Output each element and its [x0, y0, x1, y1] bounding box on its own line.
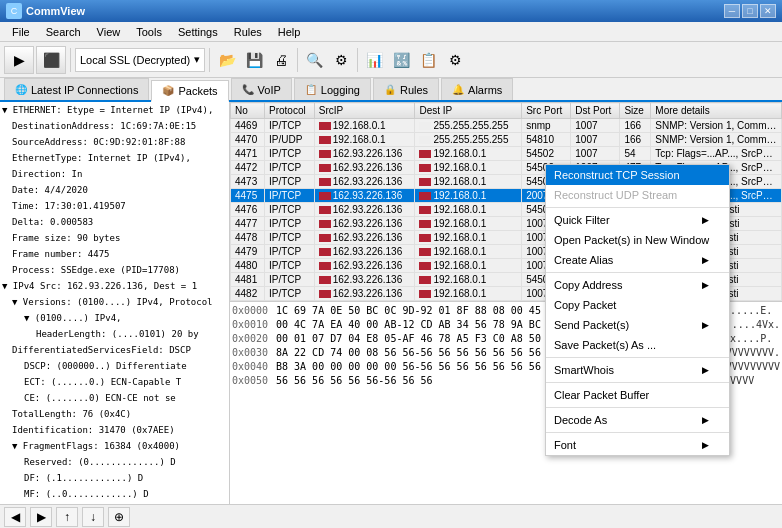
minimize-button[interactable]: ─: [724, 4, 740, 18]
ctx-item-smartwhois[interactable]: SmartWhois▶: [546, 360, 729, 380]
tree-item-ect[interactable]: ECT: (......0.) ECN-Capable T: [0, 374, 229, 390]
ctx-item-label: Clear Packet Buffer: [554, 389, 649, 401]
tab-ip-connections-label: Latest IP Connections: [31, 84, 138, 96]
ctx-item-create-alias[interactable]: Create Alias▶: [546, 250, 729, 270]
tab-logging[interactable]: 📋 Logging: [294, 78, 371, 100]
start-capture-button[interactable]: ▶: [4, 46, 34, 74]
tree-item-dscp[interactable]: DifferentiatedServicesField: DSCP: [0, 342, 229, 358]
col-no[interactable]: No: [231, 103, 265, 119]
ctx-item-copy-packet[interactable]: Copy Packet: [546, 295, 729, 315]
col-protocol[interactable]: Protocol: [265, 103, 315, 119]
tree-item-delta[interactable]: Delta: 0.000583: [0, 214, 229, 230]
cell-srcip: 162.93.226.136: [314, 287, 415, 301]
menu-search[interactable]: Search: [38, 24, 89, 40]
app-icon: C: [6, 3, 22, 19]
ctx-item-font[interactable]: Font▶: [546, 435, 729, 455]
col-srcip[interactable]: SrcIP: [314, 103, 415, 119]
col-dport[interactable]: Dst Port: [571, 103, 620, 119]
tree-item-headerlen[interactable]: HeaderLength: (....0101) 20 by: [0, 326, 229, 342]
save-button[interactable]: 💾: [241, 47, 267, 73]
tree-item-ethernet[interactable]: ▼ ETHERNET: Etype = Internet IP (IPv4),: [0, 102, 229, 118]
menu-rules[interactable]: Rules: [226, 24, 270, 40]
filter-button[interactable]: ⚙: [328, 47, 354, 73]
tree-item-totallen[interactable]: TotalLength: 76 (0x4C): [0, 406, 229, 422]
settings-button[interactable]: ⚙: [442, 47, 468, 73]
maximize-button[interactable]: □: [742, 4, 758, 18]
ctx-item-clear-buffer[interactable]: Clear Packet Buffer: [546, 385, 729, 405]
col-dstip[interactable]: Dest IP: [415, 103, 522, 119]
cell-no: 4483: [231, 301, 265, 303]
tree-item-v4[interactable]: ▼ (0100....) IPv4,: [0, 310, 229, 326]
tree-item-direction[interactable]: Direction: In: [0, 166, 229, 182]
tree-item-ident[interactable]: Identification: 31470 (0x7AEE): [0, 422, 229, 438]
col-details[interactable]: More details: [651, 103, 782, 119]
tree-item-offset[interactable]: Offset: (..0000000000000) D: [0, 502, 229, 504]
table-row[interactable]: 4469 IP/TCP 192.168.0.1 255.255.255.255 …: [231, 119, 782, 133]
table-row[interactable]: 4471 IP/TCP 162.93.226.136 192.168.0.1 5…: [231, 147, 782, 161]
tree-item-versions[interactable]: ▼ Versions: (0100....) IPv4, Protocol: [0, 294, 229, 310]
ctx-item-reconstruct-tcp[interactable]: Reconstruct TCP Session: [546, 165, 729, 185]
tree-item-ipv4[interactable]: ▼ IPv4 Src: 162.93.226.136, Dest = 1: [0, 278, 229, 294]
tree-item-date[interactable]: Date: 4/4/2020: [0, 182, 229, 198]
tab-voip[interactable]: 📞 VoIP: [231, 78, 292, 100]
cell-no: 4469: [231, 119, 265, 133]
add-button[interactable]: ⊕: [108, 507, 130, 527]
col-size[interactable]: Size: [620, 103, 651, 119]
cell-proto: IP/TCP: [265, 231, 315, 245]
menu-file[interactable]: File: [4, 24, 38, 40]
tab-logging-label: Logging: [321, 84, 360, 96]
nav-down-button[interactable]: ↓: [82, 507, 104, 527]
tree-item-dscp-val[interactable]: DSCP: (000000..) Differentiate: [0, 358, 229, 374]
tree-item-framesize[interactable]: Frame size: 90 bytes: [0, 230, 229, 246]
close-button[interactable]: ✕: [760, 4, 776, 18]
tree-item-fragflags[interactable]: ▼ FragmentFlags: 16384 (0x4000): [0, 438, 229, 454]
cell-dport: 1007: [571, 147, 620, 161]
capture-mode-dropdown[interactable]: Local SSL (Decrypted) ▾: [75, 48, 205, 72]
ctx-item-open-new-window[interactable]: Open Packet(s) in New Window: [546, 230, 729, 250]
tree-item-process[interactable]: Process: SSEdge.exe (PID=17708): [0, 262, 229, 278]
tree-item-df[interactable]: DF: (.1............) D: [0, 470, 229, 486]
tree-item-src-addr[interactable]: SourceAddress: 0C:9D:92:01:8F:88: [0, 134, 229, 150]
decode-button[interactable]: 🔣: [388, 47, 414, 73]
stop-capture-button[interactable]: ⬛: [36, 46, 66, 74]
col-sport[interactable]: Src Port: [522, 103, 571, 119]
table-row[interactable]: 4470 IP/UDP 192.168.0.1 255.255.255.255 …: [231, 133, 782, 147]
menu-bar: File Search View Tools Settings Rules He…: [0, 22, 782, 42]
cell-sport: 54502: [522, 147, 571, 161]
ctx-item-send-packets[interactable]: Send Packet(s)▶: [546, 315, 729, 335]
menu-settings[interactable]: Settings: [170, 24, 226, 40]
ctx-item-save-packets-as[interactable]: Save Packet(s) As ...: [546, 335, 729, 355]
tab-ip-connections[interactable]: 🌐 Latest IP Connections: [4, 78, 149, 100]
tabs-bar: 🌐 Latest IP Connections 📦 Packets 📞 VoIP…: [0, 78, 782, 102]
cell-no: 4477: [231, 217, 265, 231]
nav-next-button[interactable]: ▶: [30, 507, 52, 527]
tree-item-time[interactable]: Time: 17:30:01.419507: [0, 198, 229, 214]
open-button[interactable]: 📂: [214, 47, 240, 73]
search-button[interactable]: 🔍: [301, 47, 327, 73]
nav-prev-button[interactable]: ◀: [4, 507, 26, 527]
tree-item-dst-addr[interactable]: DestinationAddress: 1C:69:7A:0E:15: [0, 118, 229, 134]
alias-button[interactable]: 📋: [415, 47, 441, 73]
menu-help[interactable]: Help: [270, 24, 309, 40]
cell-srcip: 162.93.226.136: [314, 259, 415, 273]
ctx-item-copy-address[interactable]: Copy Address▶: [546, 275, 729, 295]
tree-item-frameno[interactable]: Frame number: 4475: [0, 246, 229, 262]
tree-item-reserved[interactable]: Reserved: (0.............) D: [0, 454, 229, 470]
print-button[interactable]: 🖨: [268, 47, 294, 73]
context-menu-separator: [546, 207, 729, 208]
tree-item-ce[interactable]: CE: (.......0) ECN-CE not se: [0, 390, 229, 406]
cell-no: 4472: [231, 161, 265, 175]
stats-button[interactable]: 📊: [361, 47, 387, 73]
tree-item-mf[interactable]: MF: (..0............) D: [0, 486, 229, 502]
tab-packets[interactable]: 📦 Packets: [151, 80, 228, 102]
window-controls[interactable]: ─ □ ✕: [724, 4, 776, 18]
ctx-item-quick-filter[interactable]: Quick Filter▶: [546, 210, 729, 230]
tab-alarms[interactable]: 🔔 Alarms: [441, 78, 513, 100]
nav-up-button[interactable]: ↑: [56, 507, 78, 527]
menu-view[interactable]: View: [89, 24, 129, 40]
ctx-item-decode-as[interactable]: Decode As▶: [546, 410, 729, 430]
toolbar-separator-1: [70, 48, 71, 72]
tree-item-etype[interactable]: EthernetType: Internet IP (IPv4),: [0, 150, 229, 166]
tab-rules[interactable]: 🔒 Rules: [373, 78, 439, 100]
menu-tools[interactable]: Tools: [128, 24, 170, 40]
